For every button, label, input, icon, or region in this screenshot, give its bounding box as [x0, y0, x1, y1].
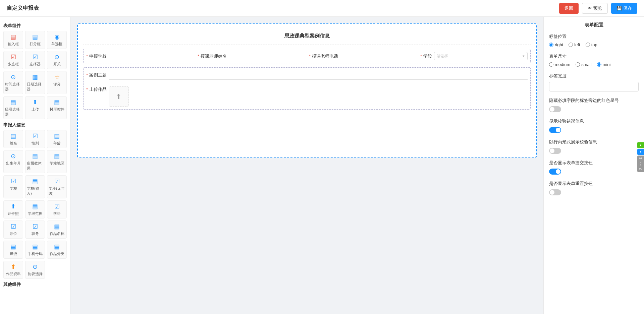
radio-left[interactable]: left: [569, 42, 580, 47]
inline-validation-toggle[interactable]: [549, 148, 561, 154]
badge-green[interactable]: ●: [637, 142, 644, 148]
comp-date[interactable]: ▦ 日期选择器: [25, 71, 45, 94]
badge-blue[interactable]: ●: [637, 149, 644, 155]
comp-rating[interactable]: ☆ 评分: [47, 71, 67, 94]
comp-position[interactable]: ☑ 职位: [3, 221, 23, 239]
comp-switch[interactable]: ⊙ 开关: [47, 51, 67, 69]
label-width-label: 标签宽度: [549, 73, 639, 79]
comp-region[interactable]: ▤ 学校地区: [47, 150, 67, 173]
select-icon: ☑: [33, 53, 38, 61]
comp-agreement[interactable]: ⊙ 协议选择: [25, 261, 45, 279]
comp-radio[interactable]: ◉ 单选框: [47, 31, 67, 49]
tree-icon: ▤: [54, 99, 60, 106]
show-reset-toggle[interactable]: [549, 189, 561, 195]
size-small[interactable]: small: [576, 62, 591, 67]
input-icon: ▤: [10, 33, 16, 41]
work-name-icon: ▤: [54, 223, 60, 230]
section-title-person: 申报人信息: [3, 122, 67, 128]
comp-class[interactable]: ▤ 班级: [3, 241, 23, 259]
photo-icon: ⬆: [11, 203, 16, 210]
size-small-input[interactable]: [576, 62, 580, 67]
comp-time[interactable]: ⊙ 时间选择器: [3, 71, 23, 94]
class-icon: ▤: [10, 243, 16, 250]
comp-score[interactable]: ▤ 打分框: [25, 31, 45, 49]
input-teacher-phone[interactable]: [340, 52, 416, 60]
comp-input[interactable]: ▤ 输入框: [3, 31, 23, 49]
comp-name[interactable]: ▤ 姓名: [3, 130, 23, 148]
select-grade[interactable]: 请选择 ▾: [434, 52, 528, 60]
config-label-width: 标签宽度 125px: [549, 73, 639, 91]
school-icon: ☑: [11, 178, 16, 185]
comp-work-cat[interactable]: ▤ 作品分类: [47, 241, 67, 259]
size-mini[interactable]: mini: [597, 62, 611, 67]
textarea-topic[interactable]: [109, 70, 528, 80]
show-validation-toggle[interactable]: [549, 127, 561, 133]
grade-range-icon: ▤: [32, 203, 38, 210]
comp-birth[interactable]: ⊙ 出生年月: [3, 150, 23, 173]
input-teacher-name[interactable]: [229, 52, 305, 60]
config-show-validation: 显示校验错误信息: [549, 118, 639, 133]
back-button[interactable]: 返回: [559, 3, 579, 14]
label-width-input[interactable]: 125px: [549, 82, 639, 91]
name-icon: ▤: [10, 132, 16, 140]
school-input-icon: ▤: [32, 178, 38, 185]
show-validation-label: 显示校验错误信息: [549, 118, 639, 124]
config-show-reset: 是否显示表单重置按钮: [549, 181, 639, 195]
comp-age[interactable]: ▤ 年龄: [47, 130, 67, 148]
comp-grade-range[interactable]: ▤ 学段范围: [25, 200, 45, 218]
comp-select[interactable]: ☑ 选择器: [25, 51, 45, 69]
show-submit-toggle[interactable]: [549, 169, 561, 175]
section-title-other: 其他组件: [3, 281, 67, 288]
comp-checkbox[interactable]: ☑ 多选框: [3, 51, 23, 69]
show-submit-label: 是否显示表单提交按钮: [549, 160, 639, 166]
badge-gray[interactable]: 01 0 8 00: [637, 155, 644, 172]
comp-school-input[interactable]: ▤ 学校(输入): [25, 175, 45, 198]
side-badges: ● ● 01 0 8 00: [637, 142, 644, 172]
form-row-2: * 案例主题 * 上传作品 ⬆: [83, 67, 531, 110]
field-topic: * 案例主题: [86, 70, 528, 80]
config-form-size: 表单尺寸 medium small mini: [549, 53, 639, 67]
right-panel: 表单配置 标签位置 right left top 表单尺寸: [543, 17, 644, 314]
checkbox-icon: ☑: [11, 53, 16, 61]
preview-button[interactable]: 👁 预览: [582, 3, 608, 14]
main-layout: 表单组件 ▤ 输入框 ▤ 打分框 ◉ 单选框 ☑ 多选框 ☑ 选择器: [0, 17, 644, 314]
comp-dept[interactable]: ▤ 所属教体局: [25, 150, 45, 173]
radio-right[interactable]: right: [549, 42, 563, 47]
show-validation-toggle-row: [549, 127, 639, 133]
comp-subject[interactable]: ☑ 学科: [47, 200, 67, 218]
config-hide-required: 隐藏必填字段的标签旁边的红色星号: [549, 98, 639, 112]
left-sidebar: 表单组件 ▤ 输入框 ▤ 打分框 ◉ 单选框 ☑ 多选框 ☑ 选择器: [0, 17, 70, 314]
radio-icon: ◉: [54, 33, 60, 41]
region-icon: ▤: [54, 152, 60, 160]
gender-icon: ☑: [33, 132, 38, 140]
comp-grade[interactable]: ☑ 学段(无年级): [47, 175, 67, 198]
hide-required-toggle[interactable]: [549, 106, 561, 112]
size-mini-input[interactable]: [597, 62, 601, 67]
show-reset-toggle-row: [549, 189, 639, 195]
switch-icon: ⊙: [54, 53, 59, 61]
comp-tree[interactable]: ▤ 树形控件: [47, 96, 67, 119]
header: 自定义申报表 返回 👁 预览 💾 保存: [0, 0, 644, 17]
comp-phone[interactable]: ▤ 手机号码: [25, 241, 45, 259]
radio-right-input[interactable]: [549, 43, 553, 47]
radio-top[interactable]: top: [586, 42, 597, 47]
size-medium-input[interactable]: [549, 62, 553, 67]
size-medium[interactable]: medium: [549, 62, 570, 67]
comp-upload[interactable]: ⬆ 上传: [25, 96, 45, 119]
work-cat-icon: ▤: [54, 243, 60, 250]
comp-job[interactable]: ☑ 职务: [25, 221, 45, 239]
comp-cascade[interactable]: ▤ 级联选择器: [3, 96, 23, 119]
input-school[interactable]: [109, 52, 194, 60]
upload-icon: ⬆: [33, 99, 38, 106]
upload-button[interactable]: ⬆: [109, 86, 129, 107]
comp-school[interactable]: ☑ 学校: [3, 175, 23, 198]
date-icon: ▦: [32, 73, 38, 81]
score-icon: ▤: [32, 33, 38, 41]
comp-work-file[interactable]: ⬆ 作品资料: [3, 261, 23, 279]
comp-work-name[interactable]: ▤ 作品名称: [47, 221, 67, 239]
radio-top-input[interactable]: [586, 43, 590, 47]
save-button[interactable]: 💾 保存: [611, 3, 637, 14]
comp-photo[interactable]: ⬆ 证件照: [3, 200, 23, 218]
radio-left-input[interactable]: [569, 43, 573, 47]
comp-gender[interactable]: ☑ 性别: [25, 130, 45, 148]
